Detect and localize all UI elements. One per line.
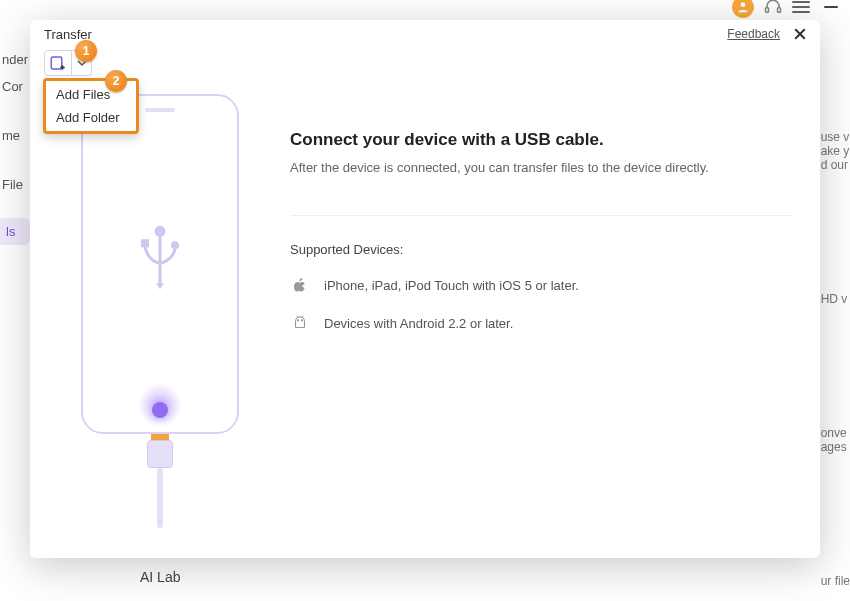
svg-rect-2 — [778, 8, 781, 13]
hamburger-icon[interactable] — [792, 0, 810, 16]
bg-text: Cor — [0, 75, 30, 98]
apple-icon — [290, 275, 310, 295]
supported-devices-title: Supported Devices: — [290, 242, 792, 257]
bg-text: use v ake y d our — [821, 130, 850, 172]
phone-home-button-icon — [152, 402, 168, 418]
dialog-toolbar: 1 2 Add Files Add Folder — [30, 46, 820, 76]
bg-footer-item[interactable]: AI Lab — [110, 559, 210, 595]
svg-point-11 — [301, 320, 302, 321]
usb-cable-icon — [148, 432, 172, 528]
support-icon[interactable] — [764, 0, 782, 16]
svg-rect-3 — [51, 57, 62, 69]
connect-subtext: After the device is connected, you can t… — [290, 160, 792, 175]
bg-text: onve ages — [821, 426, 850, 454]
close-icon[interactable] — [792, 26, 808, 42]
bg-active-tab[interactable]: ls — [0, 218, 30, 245]
dialog-header: Transfer Feedback — [30, 20, 820, 46]
bg-text: nder — [0, 48, 30, 71]
bg-text: me — [0, 124, 30, 147]
svg-rect-1 — [766, 8, 769, 13]
dialog-content: Connect your device with a USB cable. Af… — [290, 94, 800, 540]
bg-left-fragments: nder Cor me File ls — [0, 48, 30, 245]
svg-point-7 — [171, 241, 179, 249]
transfer-dialog: Transfer Feedback 1 2 Add Files Add Fold… — [30, 20, 820, 558]
bg-text: ur file — [821, 574, 850, 588]
minimize-icon[interactable] — [824, 6, 838, 8]
divider — [290, 215, 792, 216]
phone-illustration — [50, 94, 270, 540]
feedback-link[interactable]: Feedback — [727, 27, 780, 41]
svg-point-0 — [741, 2, 746, 7]
bg-text: HD v — [821, 292, 850, 306]
svg-point-10 — [298, 320, 299, 321]
menu-add-folder[interactable]: Add Folder — [46, 106, 136, 129]
supported-ios-row: iPhone, iPad, iPod Touch with iOS 5 or l… — [290, 275, 792, 295]
annotation-badge-1: 1 — [75, 40, 97, 62]
account-icon[interactable] — [732, 0, 754, 18]
annotation-badge-2: 2 — [105, 70, 127, 92]
bg-text: File — [0, 173, 30, 196]
bg-right-fragments: use v ake y d our HD v onve ages ur file — [821, 130, 850, 588]
phone-outline-icon — [81, 94, 239, 434]
dialog-body: Connect your device with a USB cable. Af… — [30, 76, 820, 550]
phone-speaker-icon — [145, 108, 175, 112]
app-topbar — [0, 0, 850, 14]
supported-ios-text: iPhone, iPad, iPod Touch with iOS 5 or l… — [324, 278, 579, 293]
supported-android-row: Devices with Android 2.2 or later. — [290, 313, 792, 333]
add-file-button[interactable] — [44, 50, 72, 76]
connect-heading: Connect your device with a USB cable. — [290, 130, 792, 150]
android-icon — [290, 313, 310, 333]
usb-trident-icon — [130, 223, 190, 297]
supported-android-text: Devices with Android 2.2 or later. — [324, 316, 513, 331]
svg-rect-6 — [141, 239, 149, 247]
